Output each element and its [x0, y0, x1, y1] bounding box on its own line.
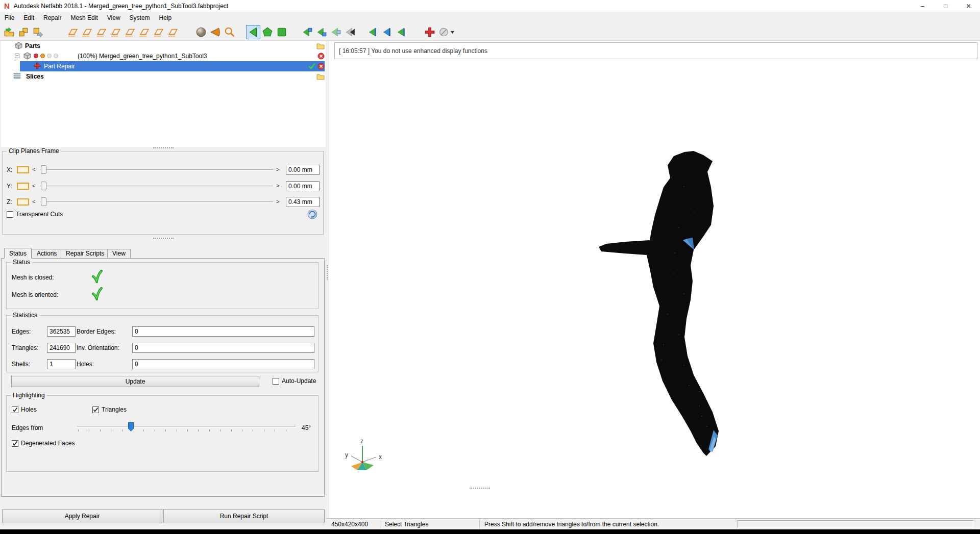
folder-icon[interactable]	[316, 42, 325, 49]
mesh-canvas[interactable]: z y x	[329, 59, 980, 518]
select-triangles-tool-button[interactable]	[246, 25, 260, 39]
z-clip-slider[interactable]	[40, 201, 273, 203]
border-edges-input[interactable]	[132, 326, 314, 337]
tree-row-parts[interactable]: Parts	[1, 41, 326, 51]
menu-view[interactable]: View	[103, 12, 125, 23]
folder-icon[interactable]	[316, 73, 325, 80]
x-clip-slider-thumb[interactable]	[41, 165, 46, 174]
tree-row-part-repair[interactable]: Part Repair	[1, 61, 326, 71]
platform-view-button[interactable]	[94, 25, 108, 39]
y-increase-button[interactable]: >	[276, 183, 279, 189]
z-clip-slider-thumb[interactable]	[41, 197, 46, 206]
minimize-button[interactable]: –	[911, 0, 934, 12]
platform-view-button[interactable]	[137, 25, 151, 39]
tab-status[interactable]: Status	[4, 248, 32, 259]
tab-view[interactable]: View	[107, 249, 131, 259]
y-decrease-button[interactable]: <	[32, 183, 35, 189]
y-clip-slider[interactable]	[40, 186, 273, 187]
zoom-to-part-button[interactable]	[300, 25, 314, 39]
menu-system[interactable]: System	[125, 12, 155, 23]
menu-help[interactable]: Help	[155, 12, 177, 23]
splitter-handle[interactable]	[153, 238, 174, 239]
panel-splitter[interactable]	[326, 41, 329, 518]
tree-label-parts[interactable]: Parts	[25, 42, 40, 49]
z-decrease-button[interactable]: <	[32, 198, 35, 205]
view-left-button[interactable]	[365, 25, 380, 39]
platform-view-button[interactable]	[65, 25, 80, 39]
statusbar-separator	[479, 520, 480, 528]
platform-view-button[interactable]	[80, 25, 94, 39]
menu-file[interactable]: File	[0, 12, 19, 23]
x-axis-label: X:	[7, 166, 12, 173]
add-part-button[interactable]	[16, 25, 31, 39]
view-back-button[interactable]	[394, 25, 408, 39]
auto-update-checkbox[interactable]: Auto-Update	[273, 377, 316, 385]
platform-view-button[interactable]	[165, 25, 180, 39]
shells-input[interactable]	[47, 359, 76, 369]
run-repair-script-button[interactable]: Run Repair Script	[163, 509, 325, 523]
tree-row-slices[interactable]: Slices	[1, 71, 326, 82]
tab-actions[interactable]: Actions	[32, 249, 62, 259]
platform-icon	[81, 27, 92, 38]
x-decrease-button[interactable]: <	[32, 166, 35, 172]
view-front-button[interactable]	[380, 25, 394, 39]
x-increase-button[interactable]: >	[276, 166, 279, 172]
y-axis-label: Y:	[7, 183, 12, 190]
z-increase-button[interactable]: >	[276, 198, 279, 205]
zoom-out-part-button[interactable]	[329, 25, 343, 39]
export-part-button[interactable]	[31, 25, 45, 39]
menu-repair[interactable]: Repair	[39, 12, 66, 23]
triangles-input[interactable]	[47, 343, 76, 353]
update-button[interactable]: Update	[11, 376, 259, 387]
edges-angle-slider[interactable]	[77, 422, 296, 433]
triangles-checkbox[interactable]: Triangles	[92, 406, 127, 413]
menu-mesh-edit[interactable]: Mesh Edit	[66, 12, 102, 23]
viewport-3d[interactable]: [ 16:05:57 ] You do not use enhanced dis…	[329, 41, 980, 518]
platform-view-button[interactable]	[122, 25, 137, 39]
y-plane-swatch[interactable]	[17, 183, 29, 190]
splitter-handle[interactable]	[153, 147, 174, 149]
open-project-button[interactable]	[2, 25, 16, 39]
platform-view-button[interactable]	[151, 25, 165, 39]
mesh-model[interactable]	[599, 151, 719, 456]
degenerated-faces-checkbox[interactable]: Degenerated Faces	[12, 440, 75, 447]
repair-part-button[interactable]	[423, 25, 437, 39]
select-surface-tool-button[interactable]	[260, 25, 275, 39]
shading-button[interactable]	[194, 25, 208, 39]
x-plane-swatch[interactable]	[17, 166, 29, 173]
inv-orientation-input[interactable]	[132, 343, 314, 353]
edges-input[interactable]	[47, 326, 76, 337]
zoom-button[interactable]	[223, 25, 237, 39]
holes-checkbox[interactable]: Holes	[12, 406, 37, 413]
shader-mode-button[interactable]	[437, 25, 457, 39]
reset-view-icon[interactable]	[307, 209, 318, 220]
z-clip-value-input[interactable]	[286, 197, 320, 207]
tree-row-part[interactable]: (100%) Merged_green_tree_python1_SubTool…	[1, 51, 326, 61]
slider-track[interactable]	[77, 426, 296, 427]
x-clip-slider[interactable]	[40, 169, 273, 171]
collapse-icon[interactable]	[15, 54, 19, 58]
select-shell-tool-button[interactable]	[275, 25, 289, 39]
tree-label-part-repair[interactable]: Part Repair	[44, 63, 75, 70]
zoom-history-button[interactable]	[343, 25, 357, 39]
menu-edit[interactable]: Edit	[19, 12, 39, 23]
platform-view-button[interactable]	[108, 25, 122, 39]
y-clip-value-input[interactable]	[286, 181, 320, 191]
z-plane-swatch[interactable]	[17, 198, 29, 206]
remove-icon[interactable]	[317, 63, 325, 70]
transparent-cuts-checkbox[interactable]: Transparent Cuts	[7, 211, 63, 218]
cone-view-button[interactable]	[208, 25, 223, 39]
x-clip-value-input[interactable]	[286, 165, 320, 175]
viewport-splitter-handle[interactable]	[470, 488, 490, 489]
tree-label-part[interactable]: (100%) Merged_green_tree_python1_SubTool…	[78, 53, 207, 60]
tree-label-slices[interactable]: Slices	[26, 73, 44, 80]
apply-repair-button[interactable]: Apply Repair	[2, 509, 162, 523]
pentagon-icon	[262, 27, 273, 38]
holes-input[interactable]	[132, 359, 314, 369]
close-button[interactable]: ✕	[957, 0, 980, 12]
tab-repair-scripts[interactable]: Repair Scripts	[61, 249, 109, 259]
maximize-button[interactable]: □	[934, 0, 957, 12]
remove-icon[interactable]	[317, 53, 325, 60]
zoom-to-selection-button[interactable]	[314, 25, 329, 39]
y-clip-slider-thumb[interactable]	[41, 182, 46, 190]
